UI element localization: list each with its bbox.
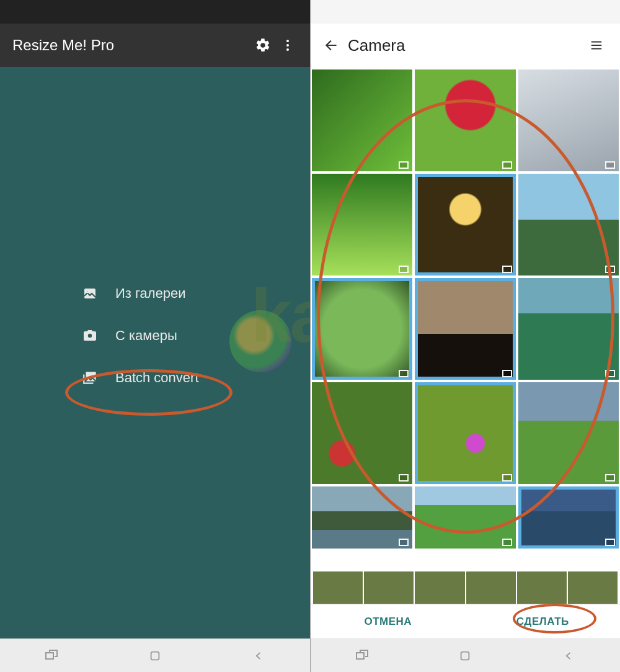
svg-rect-8 xyxy=(461,652,469,660)
menu-label: С камеры xyxy=(115,328,177,344)
system-nav-bar xyxy=(0,638,310,672)
svg-point-2 xyxy=(286,48,289,51)
picker-app-bar: Camera xyxy=(311,24,620,67)
menu-from-gallery[interactable]: Из галереи xyxy=(81,285,199,302)
landscape-icon xyxy=(605,474,615,482)
picker-title: Camera xyxy=(345,36,583,55)
photo-thumb[interactable] xyxy=(415,69,515,171)
photo-thumb[interactable] xyxy=(518,382,619,484)
more-vert-icon xyxy=(280,38,295,53)
strip-thumb[interactable] xyxy=(415,571,464,604)
photo-thumb[interactable] xyxy=(415,486,515,549)
status-bar xyxy=(311,0,620,24)
screen-picker: Camera ОТМЕНА СДЕЛАТЬ xyxy=(310,0,620,672)
home-button[interactable] xyxy=(146,648,164,663)
landscape-icon xyxy=(605,161,615,169)
photo-thumb[interactable] xyxy=(415,174,515,276)
back-button[interactable] xyxy=(318,32,345,59)
landscape-icon xyxy=(502,370,512,377)
arrow-left-icon xyxy=(324,37,340,53)
settings-button[interactable] xyxy=(250,33,275,58)
app-bar: Resize Me! Pro xyxy=(0,24,310,67)
landscape-icon xyxy=(605,266,615,273)
picker-buttons: ОТМЕНА СДЕЛАТЬ xyxy=(311,604,620,638)
photo-thumb[interactable] xyxy=(518,278,619,380)
hamburger-icon xyxy=(588,38,604,52)
overflow-button[interactable] xyxy=(275,33,300,58)
watermark-text: ka xyxy=(251,273,310,359)
camera-icon xyxy=(81,328,99,344)
strip-thumb[interactable] xyxy=(517,571,567,604)
home-button[interactable] xyxy=(456,648,474,663)
svg-point-0 xyxy=(286,40,289,42)
landscape-icon xyxy=(502,161,512,169)
svg-point-5 xyxy=(88,334,92,338)
photo-thumb[interactable] xyxy=(415,278,515,380)
svg-rect-7 xyxy=(151,652,159,660)
photo-thumb[interactable] xyxy=(312,486,412,549)
photo-thumb[interactable] xyxy=(312,382,412,484)
recents-button[interactable] xyxy=(43,648,60,663)
photo-grid[interactable] xyxy=(311,68,620,585)
strip-thumb[interactable] xyxy=(568,571,618,604)
watermark-dot xyxy=(229,310,291,372)
gear-icon xyxy=(255,37,271,53)
photo-thumb[interactable] xyxy=(518,174,619,276)
cancel-button[interactable]: ОТМЕНА xyxy=(311,604,466,638)
landscape-icon xyxy=(502,266,512,273)
menu-button[interactable] xyxy=(583,32,610,59)
strip-thumb[interactable] xyxy=(466,571,516,604)
menu-from-camera[interactable]: С камеры xyxy=(81,328,199,344)
photo-thumb[interactable] xyxy=(518,486,619,549)
landscape-icon xyxy=(399,539,409,546)
photo-thumb[interactable] xyxy=(312,174,412,276)
landscape-icon xyxy=(605,370,615,377)
photo-thumb[interactable] xyxy=(415,382,515,484)
landscape-icon xyxy=(399,266,409,273)
menu-label: Из галереи xyxy=(115,285,186,302)
strip-thumb[interactable] xyxy=(364,571,414,604)
photo-thumb[interactable] xyxy=(312,69,412,171)
svg-point-4 xyxy=(87,291,89,293)
selection-strip[interactable] xyxy=(313,571,618,604)
back-button[interactable] xyxy=(250,648,267,663)
confirm-button[interactable]: СДЕЛАТЬ xyxy=(466,604,621,638)
screen-main: Resize Me! Pro ka Из галереи С камеры Ba… xyxy=(0,0,310,672)
back-button[interactable] xyxy=(560,648,577,663)
system-nav-bar xyxy=(311,638,620,672)
landscape-icon xyxy=(399,370,409,377)
photo-thumb[interactable] xyxy=(518,69,619,171)
landscape-icon xyxy=(399,474,409,482)
landscape-icon xyxy=(605,539,615,546)
app-title: Resize Me! Pro xyxy=(12,37,250,54)
svg-point-1 xyxy=(286,44,289,47)
annotation-oval-batch xyxy=(65,369,232,416)
image-icon xyxy=(81,285,99,302)
landscape-icon xyxy=(502,474,512,482)
photo-thumb[interactable] xyxy=(312,278,412,380)
landscape-icon xyxy=(502,539,512,546)
status-bar xyxy=(0,0,310,24)
strip-thumb[interactable] xyxy=(313,571,363,604)
landscape-icon xyxy=(399,161,409,169)
recents-button[interactable] xyxy=(353,648,371,663)
